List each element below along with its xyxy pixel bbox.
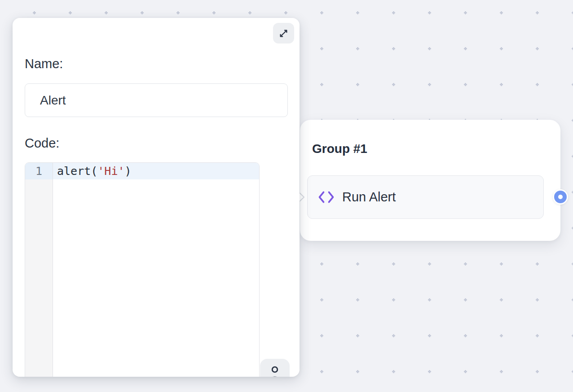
grid-dot: [572, 298, 573, 301]
grid-dot: [500, 47, 503, 50]
grid-dot: [428, 334, 431, 337]
grid-dot: [428, 262, 431, 266]
grid-dot: [392, 47, 395, 50]
grid-dot: [428, 370, 431, 373]
grid-dot: [356, 334, 359, 337]
grid-dot: [572, 119, 573, 122]
grid-dot: [105, 11, 108, 14]
grid-dot: [320, 298, 323, 301]
code-editor[interactable]: 1 alert('Hi'): [25, 162, 260, 377]
expand-button[interactable]: [273, 23, 294, 44]
group-node-card[interactable]: Group #1 Run Alert: [300, 120, 560, 241]
grid-dot: [392, 11, 395, 14]
grid-dot: [536, 334, 539, 337]
line-number: 1: [25, 163, 53, 179]
grid-dot: [212, 11, 216, 14]
grid-dot: [572, 191, 573, 194]
group-title: Group #1: [312, 142, 367, 156]
grid-dot: [320, 47, 323, 50]
grid-dot: [572, 370, 573, 373]
grid-dot: [536, 262, 539, 266]
grid-dot: [572, 155, 573, 158]
grid-dot: [176, 11, 180, 14]
code-token-string: 'Hi': [97, 165, 124, 178]
grid-dot: [428, 11, 431, 14]
code-line: alert('Hi'): [53, 163, 259, 179]
grid-dot: [464, 262, 467, 266]
grid-dot: [464, 334, 467, 337]
grid-dot: [536, 83, 539, 86]
grid-dot: [356, 11, 359, 14]
code-token-plain: ): [125, 165, 132, 178]
grid-dot: [572, 226, 573, 230]
grid-dot: [33, 11, 36, 14]
grid-dot: [356, 370, 359, 373]
code-icon: [318, 190, 335, 204]
node-editor-panel: Name: Code: 1 alert('Hi'): [13, 18, 300, 377]
grid-dot: [320, 370, 323, 373]
grid-dot: [69, 11, 72, 14]
code-token-plain: alert(: [57, 165, 97, 178]
grid-dot: [392, 334, 395, 337]
grid-dot: [572, 262, 573, 266]
grid-dot: [428, 298, 431, 301]
grid-dot: [500, 83, 503, 86]
name-label: Name:: [25, 57, 63, 71]
grid-dot: [248, 11, 251, 14]
grid-dot: [536, 47, 539, 50]
output-handle[interactable]: [553, 189, 568, 205]
grid-dot: [320, 334, 323, 337]
grid-dot: [320, 11, 323, 14]
grid-dot: [320, 262, 323, 266]
code-editor-gutter: 1: [25, 163, 53, 377]
grid-dot: [536, 370, 539, 373]
grid-dot: [284, 11, 287, 14]
grid-dot: [356, 83, 359, 86]
name-input[interactable]: [25, 83, 288, 117]
grid-dot: [572, 83, 573, 86]
code-label: Code:: [25, 136, 59, 151]
grid-dot: [356, 47, 359, 50]
grid-dot: [536, 11, 539, 14]
person-icon: [268, 366, 282, 377]
grid-dot: [428, 83, 431, 86]
grid-dot: [464, 298, 467, 301]
grid-dot: [572, 11, 573, 14]
grid-dot: [572, 47, 573, 50]
grid-dot: [500, 298, 503, 301]
grid-dot: [500, 334, 503, 337]
grid-dot: [392, 370, 395, 373]
grid-dot: [464, 370, 467, 373]
grid-dot: [392, 298, 395, 301]
grid-dot: [536, 298, 539, 301]
grid-dot: [464, 83, 467, 86]
account-button[interactable]: [260, 359, 290, 377]
grid-dot: [500, 11, 503, 14]
run-node-label: Run Alert: [342, 190, 396, 205]
grid-dot: [500, 370, 503, 373]
grid-dot: [464, 47, 467, 50]
grid-dot: [320, 83, 323, 86]
code-editor-content[interactable]: alert('Hi'): [53, 163, 259, 377]
output-handle-ring: [554, 191, 567, 203]
grid-dot: [428, 47, 431, 50]
run-alert-node[interactable]: Run Alert: [307, 175, 544, 219]
grid-dot: [572, 334, 573, 337]
grid-dot: [464, 11, 467, 14]
grid-dot: [141, 11, 144, 14]
grid-dot: [500, 262, 503, 266]
grid-dot: [356, 262, 359, 266]
grid-dot: [392, 83, 395, 86]
expand-icon: [278, 28, 289, 39]
grid-dot: [356, 298, 359, 301]
grid-dot: [392, 262, 395, 266]
